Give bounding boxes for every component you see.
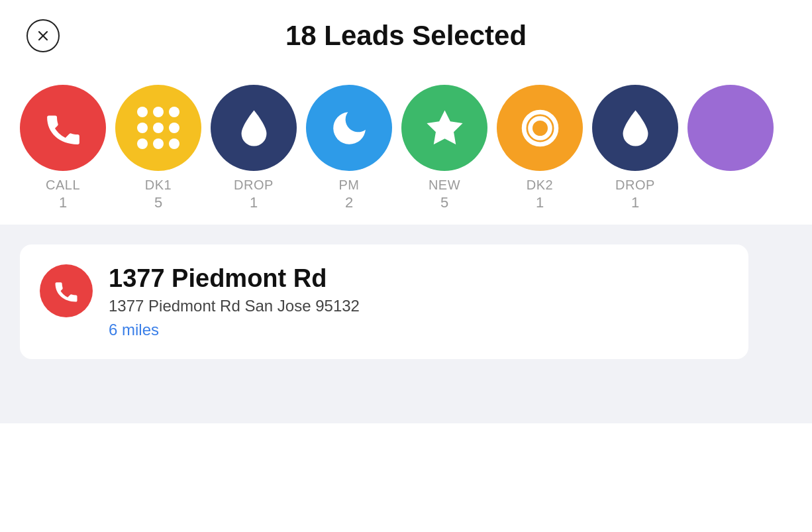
lead-info: 1377 Piedmont Rd 1377 Piedmont Rd San Jo… — [109, 264, 360, 339]
phone-icon-card — [52, 276, 81, 305]
action-item-dk2[interactable]: DK21 — [497, 85, 583, 211]
action-label-dk1: DK1 — [145, 178, 172, 193]
action-item-call[interactable]: CALL1 — [20, 85, 106, 211]
svg-marker-2 — [427, 110, 462, 144]
action-count-new: 5 — [440, 194, 448, 211]
action-label-drop1: DROP — [234, 178, 274, 193]
bottom-section: 1377 Piedmont Rd 1377 Piedmont Rd San Jo… — [0, 225, 812, 423]
svg-point-4 — [530, 118, 550, 138]
action-item-new[interactable]: NEW5 — [401, 85, 487, 211]
action-label-new: NEW — [429, 178, 460, 193]
action-item-drop2[interactable]: DROP1 — [592, 85, 678, 211]
action-label-drop2: DROP — [615, 178, 655, 193]
action-label-dk2: DK2 — [527, 178, 553, 193]
action-item-pm[interactable]: PM2 — [306, 85, 392, 211]
lead-address-title: 1377 Piedmont Rd — [109, 264, 360, 293]
action-item-drop1[interactable]: DROP1 — [211, 85, 297, 211]
action-label-pm: PM — [339, 178, 360, 193]
action-count-drop2: 1 — [631, 194, 639, 211]
action-count-pm: 2 — [345, 194, 353, 211]
close-button[interactable] — [26, 19, 60, 52]
action-count-call: 1 — [59, 194, 67, 211]
action-icons-row: CALL1DK15DROP1PM2NEW5DK21DROP1 — [0, 65, 812, 225]
action-count-dk2: 1 — [536, 194, 544, 211]
lead-card[interactable]: 1377 Piedmont Rd 1377 Piedmont Rd San Jo… — [20, 244, 748, 359]
action-label-call: CALL — [46, 178, 80, 193]
action-count-drop1: 1 — [250, 194, 258, 211]
lead-avatar — [40, 264, 93, 317]
lead-address-subtitle: 1377 Piedmont Rd San Jose 95132 — [109, 297, 360, 315]
page-title: 18 Leads Selected — [285, 20, 527, 52]
lead-distance: 6 miles — [109, 321, 360, 339]
header: 18 Leads Selected — [0, 0, 812, 65]
action-item-partial[interactable] — [687, 85, 774, 178]
action-item-dk1[interactable]: DK15 — [115, 85, 201, 211]
action-count-dk1: 5 — [154, 194, 162, 211]
